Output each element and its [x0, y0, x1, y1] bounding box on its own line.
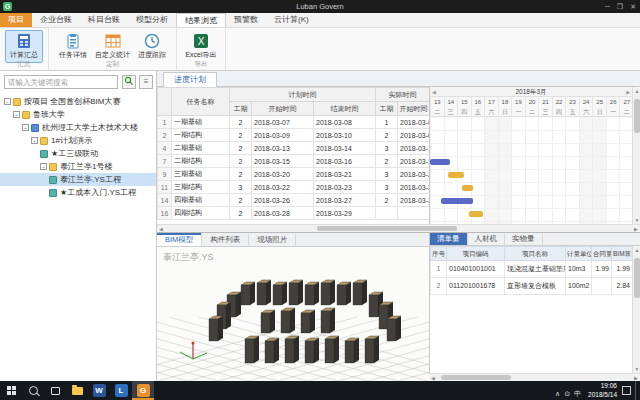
ribbon-tab-6[interactable]: 云计算(K): [266, 13, 317, 27]
quantity-tab-1[interactable]: 人材机: [468, 233, 506, 245]
quantity-table: 序号项目编码项目名称计量单位合同量BIM算量1010401001001现浇混凝土…: [429, 246, 632, 373]
schedule-row[interactable]: 4二期基础22018-03-132018-03-1432018-03-1: [158, 142, 430, 155]
notification-center-icon[interactable]: [622, 386, 631, 395]
gantt-day-label: 23: [565, 97, 579, 107]
show-desktop-button[interactable]: [635, 381, 640, 400]
tree-item[interactable]: ★工三级联动: [0, 147, 156, 160]
tree-expander-icon[interactable]: -: [31, 137, 38, 144]
gantt-weekday-label: 六: [579, 107, 593, 117]
word-icon: W: [93, 384, 106, 397]
search-icon[interactable]: [122, 75, 136, 89]
tray-icon-1[interactable]: ⊙: [564, 390, 570, 397]
gantt-weekday-label: 三: [444, 107, 458, 117]
ribbon-tab-3[interactable]: 模型分析: [128, 13, 176, 27]
system-tray: ∧⊙中 19:06 2018/5/14: [553, 381, 640, 400]
taskbar-button-start[interactable]: [0, 381, 22, 400]
ribbon-tab-2[interactable]: 科目台账: [80, 13, 128, 27]
gantt-bar[interactable]: [448, 172, 464, 178]
ribbon-button-calc[interactable]: 计算汇总: [5, 30, 43, 63]
scroll-down-icon[interactable]: ▼: [633, 365, 640, 373]
folder-icon: [40, 137, 48, 145]
schedule-row[interactable]: 11三期结构32018-03-222018-03-2332018-03-2: [158, 181, 430, 194]
luban-icon: G: [137, 384, 150, 397]
ribbon-tab-1[interactable]: 企业台账: [32, 13, 80, 27]
tree-item[interactable]: -泰江兰亭1号楼: [0, 160, 156, 173]
minimize-icon[interactable]: ─: [605, 3, 610, 10]
tree-item[interactable]: -按项目 全国首创杯BIM大赛: [0, 95, 156, 108]
ribbon-tab-4[interactable]: 结果浏览: [176, 13, 226, 27]
tree-item[interactable]: -1#计划演示: [0, 134, 156, 147]
taskbar-button-app-blue[interactable]: L: [110, 381, 132, 400]
scroll-up-icon[interactable]: ▲: [633, 246, 640, 254]
scroll-up-icon[interactable]: ▲: [633, 87, 640, 95]
ribbon-button-detail[interactable]: 任务详情: [54, 30, 92, 63]
gantt-bar[interactable]: [469, 211, 483, 217]
tray-icon-2[interactable]: 中: [574, 390, 581, 397]
gantt-vertical-scrollbar[interactable]: ▲ ▼: [632, 87, 640, 224]
gantt-day-label: 21: [538, 97, 552, 107]
schedule-row[interactable]: 9三期基础22018-03-202018-03-2132018-03-2: [158, 168, 430, 181]
gantt-bar[interactable]: [430, 159, 450, 165]
tree-item[interactable]: -鲁班大学: [0, 108, 156, 121]
gantt-bar[interactable]: [462, 185, 473, 191]
ribbon-button-excel[interactable]: XExcel导出: [182, 30, 220, 63]
quantity-row[interactable]: 1010401001001现浇混凝土基础垫层10m31.991.99: [431, 261, 633, 278]
tree-item[interactable]: 泰江兰亭.YS工程: [0, 173, 156, 186]
maximize-icon[interactable]: ❐: [617, 3, 623, 10]
schedule-row[interactable]: 14四期基础22018-03-262018-03-2722018-03-2: [158, 194, 430, 207]
search-input[interactable]: [4, 75, 118, 89]
schedule-row[interactable]: 16四期结构22018-03-282018-03-29: [158, 207, 430, 220]
table-icon: [105, 33, 121, 49]
schedule-horizontal-scrollbar[interactable]: ◀ ▶: [157, 224, 640, 232]
bim-viewer[interactable]: 泰江兰亭.YS: [157, 247, 429, 381]
ribbon-tab-0[interactable]: 项目: [0, 13, 32, 27]
tree-item-label: 1#计划演示: [51, 135, 92, 146]
gantt-day-label: 27: [619, 97, 632, 107]
taskbar-button-task-view[interactable]: [44, 381, 66, 400]
quantity-row[interactable]: 2011201001678直形墙复合模板100m22.84: [431, 278, 633, 295]
bim-tab-1[interactable]: 构件列表: [202, 233, 249, 246]
clock-time: 19:06: [588, 382, 617, 390]
gantt-day-label: 17: [484, 97, 498, 107]
schedule-row[interactable]: 7二期结构22018-03-152018-03-1622018-03-1: [158, 155, 430, 168]
bim-tab-0[interactable]: BIM模型: [157, 233, 202, 246]
detail-icon: [65, 33, 81, 49]
schedule-row[interactable]: 1一期基础22018-03-072018-03-0812018-03-0: [158, 116, 430, 129]
taskbar-button-search[interactable]: [22, 381, 44, 400]
gantt-day-label: 24: [579, 97, 593, 107]
gantt-weekday-label: 日: [592, 107, 606, 117]
gantt-weekday-label: 日: [498, 107, 512, 117]
taskbar-button-file-explorer[interactable]: [66, 381, 88, 400]
gantt-weekday-label: 二: [525, 107, 539, 117]
scroll-down-icon[interactable]: ▼: [633, 216, 640, 224]
tray-icon-0[interactable]: ∧: [555, 390, 560, 397]
bim-tab-2[interactable]: 现场照片: [249, 233, 296, 246]
taskbar-button-luban[interactable]: G: [132, 381, 154, 400]
quantity-vertical-scrollbar[interactable]: ▲ ▼: [632, 246, 640, 373]
gantt-prev-icon[interactable]: ◀: [432, 87, 436, 97]
gantt-bar[interactable]: [441, 198, 473, 204]
ribbon-tab-5[interactable]: 预警数: [226, 13, 266, 27]
bim-3d-model[interactable]: [157, 247, 429, 381]
quantity-tab-2[interactable]: 实物量: [505, 233, 543, 245]
tree-item[interactable]: -杭州理工大学土木技术大楼: [0, 121, 156, 134]
gantt-day-label: 14: [444, 97, 458, 107]
ribbon-button-clock[interactable]: 进度跟踪: [133, 30, 171, 63]
tree-expander-icon[interactable]: -: [40, 163, 47, 170]
filter-icon[interactable]: ≡: [139, 75, 153, 89]
tree-expander-icon[interactable]: -: [22, 124, 29, 131]
quantity-tab-0[interactable]: 清单量: [430, 233, 468, 245]
tree-expander-icon[interactable]: -: [13, 111, 20, 118]
sidebar-tree: -按项目 全国首创杯BIM大赛-鲁班大学-杭州理工大学土木技术大楼-1#计划演示…: [0, 95, 156, 381]
ribbon-button-table[interactable]: 自定义统计: [92, 30, 133, 63]
quantity-horizontal-scrollbar[interactable]: ◀ ▶: [429, 373, 640, 381]
close-icon[interactable]: ✕: [630, 3, 636, 10]
taskbar-clock[interactable]: 19:06 2018/5/14: [588, 382, 617, 398]
schedule-row[interactable]: 2一期结构22018-03-092018-03-1022018-03-0: [158, 129, 430, 142]
gantt-next-icon[interactable]: ▶: [626, 87, 630, 97]
viewer-watermark: 泰江兰亭.YS: [163, 251, 214, 264]
tree-expander-icon[interactable]: -: [4, 98, 11, 105]
taskbar-button-word[interactable]: W: [88, 381, 110, 400]
tab-schedule-plan[interactable]: 进度计划: [163, 72, 217, 87]
tree-item[interactable]: ★工成本入门.YS工程: [0, 186, 156, 199]
